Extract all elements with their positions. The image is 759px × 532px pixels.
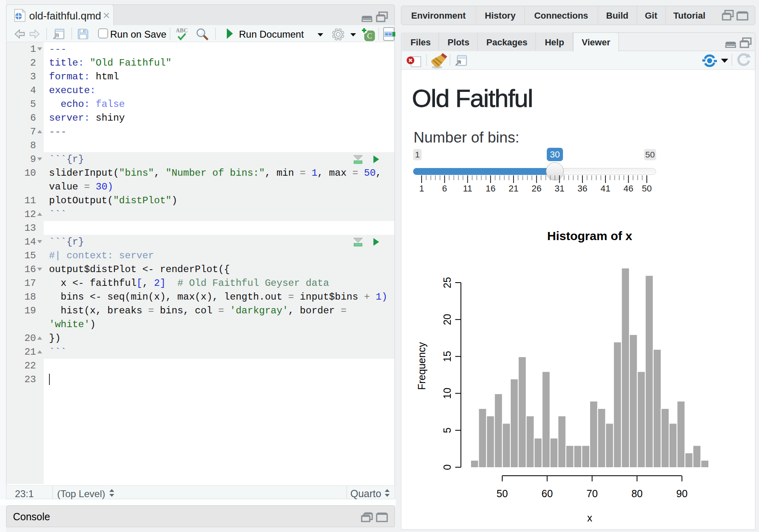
svg-text:80: 80 bbox=[631, 488, 643, 499]
svg-text:6: 6 bbox=[442, 183, 447, 194]
svg-text:70: 70 bbox=[586, 488, 598, 499]
svg-text:21: 21 bbox=[509, 183, 518, 194]
svg-text:50: 50 bbox=[642, 183, 652, 194]
svg-text:15: 15 bbox=[441, 351, 453, 362]
svg-text:60: 60 bbox=[542, 488, 553, 499]
svg-text:26: 26 bbox=[531, 183, 541, 194]
svg-text:20: 20 bbox=[441, 314, 453, 325]
svg-text:0: 0 bbox=[441, 464, 453, 470]
svg-text:41: 41 bbox=[601, 183, 610, 194]
svg-text:1: 1 bbox=[419, 183, 424, 194]
svg-text:x: x bbox=[587, 512, 593, 523]
svg-text:46: 46 bbox=[623, 183, 633, 194]
svg-text:90: 90 bbox=[676, 488, 688, 499]
svg-text:Frequency: Frequency bbox=[416, 342, 427, 390]
svg-text:16: 16 bbox=[486, 183, 495, 194]
svg-text:31: 31 bbox=[554, 183, 564, 194]
svg-text:ABC: ABC bbox=[176, 28, 188, 34]
svg-text:C: C bbox=[367, 32, 372, 40]
svg-text:25: 25 bbox=[441, 277, 453, 288]
svg-text:50: 50 bbox=[497, 488, 508, 499]
svg-text:Histogram of x: Histogram of x bbox=[547, 229, 632, 243]
svg-text:11: 11 bbox=[463, 183, 472, 194]
svg-text:5: 5 bbox=[441, 428, 453, 433]
svg-text:10: 10 bbox=[441, 388, 453, 399]
svg-text:36: 36 bbox=[578, 183, 587, 194]
